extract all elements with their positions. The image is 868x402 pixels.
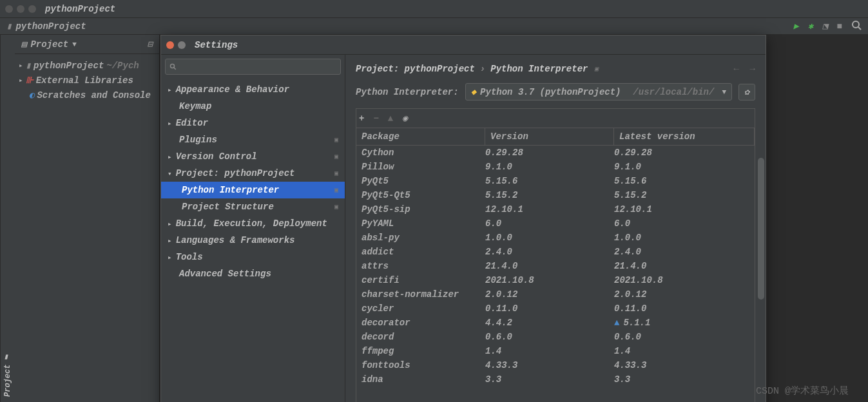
chevron-icon: ▾: [168, 169, 172, 178]
settings-close-icon[interactable]: [166, 41, 174, 49]
search-icon[interactable]: [851, 20, 862, 33]
search-input[interactable]: [177, 62, 336, 72]
category-project-structure[interactable]: Project Structure▣: [161, 198, 345, 215]
add-package-button[interactable]: +: [359, 113, 364, 124]
window-min-icon[interactable]: [17, 5, 24, 13]
package-row[interactable]: addict2.4.0 2.4.0: [356, 245, 755, 259]
pkg-latest: 2.0.12: [614, 289, 755, 300]
pkg-name: ffmpeg: [356, 346, 485, 356]
chevron-icon: ▸: [168, 220, 172, 228]
toolbar-right: ▶ ✱ ⬔ ■: [793, 20, 862, 33]
package-row[interactable]: PyQt5-sip12.10.1 12.10.1: [356, 202, 755, 216]
tree-root[interactable]: ▸ ▮ pythonProject ~/Pych: [15, 58, 159, 73]
tree-scratches[interactable]: ◐ Scratches and Console: [15, 88, 159, 102]
category-project-pythonproject[interactable]: ▾Project: pythonProject▣: [161, 165, 345, 182]
package-row[interactable]: PyQt5-Qt55.15.2 5.15.2: [356, 188, 755, 202]
interpreter-dropdown[interactable]: ◆ Python 3.7 (pythonProject) /usr/local/…: [465, 83, 732, 100]
svg-point-0: [853, 21, 859, 28]
settings-min-icon[interactable]: [178, 41, 186, 49]
ide-topbar: ▮ pythonProject ▶ ✱ ⬔ ■: [0, 18, 868, 35]
package-row[interactable]: certifi2021.10.8 2021.10.8: [356, 273, 755, 287]
category-build-execution-deployment[interactable]: ▸Build, Execution, Deployment: [161, 215, 345, 232]
category-label: Appearance & Behavior: [176, 84, 289, 95]
reset-icon[interactable]: ▣: [594, 65, 598, 73]
category-version-control[interactable]: ▸Version Control▣: [161, 148, 345, 165]
python-icon: ◆: [471, 86, 476, 97]
debug-icon[interactable]: ✱: [808, 21, 813, 32]
tree-external[interactable]: ▸ ⊪ External Libraries: [15, 73, 159, 88]
pkg-name: idna: [356, 374, 485, 385]
interpreter-row: Python Interpreter: ◆ Python 3.7 (python…: [356, 83, 755, 108]
dropdown-icon[interactable]: ▼: [72, 41, 77, 48]
svg-line-3: [174, 67, 176, 69]
category-python-interpreter[interactable]: Python Interpreter▣: [161, 182, 345, 198]
table-header: Package Version Latest version: [356, 128, 755, 146]
pkg-name: fonttools: [356, 360, 485, 370]
col-latest[interactable]: Latest version: [614, 128, 755, 145]
search-icon: [169, 63, 177, 71]
category-languages-frameworks[interactable]: ▸Languages & Frameworks: [161, 232, 345, 249]
package-row[interactable]: PyYAML6.0 6.0: [356, 216, 755, 231]
pkg-name: certifi: [356, 275, 485, 285]
settings-search[interactable]: [165, 59, 341, 75]
watermark: CSDN @学术菜鸟小晨: [756, 385, 849, 397]
category-advanced-settings[interactable]: Advanced Settings: [161, 265, 345, 282]
category-label: Editor: [176, 118, 208, 128]
coverage-icon[interactable]: ⬔: [822, 21, 827, 32]
package-row[interactable]: charset-normalizer2.0.12 2.0.12: [356, 287, 755, 302]
pkg-version: 1.0.0: [485, 233, 614, 243]
col-package[interactable]: Package: [356, 128, 485, 145]
nav-fwd-icon[interactable]: →: [750, 64, 755, 74]
category-plugins[interactable]: Plugins▣: [161, 131, 345, 148]
category-editor[interactable]: ▸Editor: [161, 115, 345, 131]
pkg-version: 2.0.12: [485, 289, 614, 300]
pkg-latest: 2021.10.8: [614, 275, 755, 285]
folder-icon: ▮: [6, 21, 12, 32]
category-tools[interactable]: ▸Tools: [161, 249, 345, 265]
package-row[interactable]: PyQt55.15.6 5.15.6: [356, 174, 755, 188]
package-row[interactable]: Pillow9.1.0 9.1.0: [356, 160, 755, 174]
category-label: Project: pythonProject: [176, 168, 295, 178]
window-close-icon[interactable]: [5, 5, 13, 13]
package-row[interactable]: attrs21.4.0 21.4.0: [356, 259, 755, 273]
package-row[interactable]: decord0.6.0 0.6.0: [356, 330, 755, 344]
package-row[interactable]: idna3.3 3.3: [356, 372, 755, 387]
category-appearance-behavior[interactable]: ▸Appearance & Behavior: [161, 81, 345, 98]
package-row[interactable]: ffmpeg1.4 1.4: [356, 344, 755, 358]
project-name[interactable]: pythonProject: [15, 21, 86, 32]
package-row[interactable]: cycler0.11.0 0.11.0: [356, 302, 755, 316]
chevron-icon: ▸: [168, 236, 172, 245]
package-row[interactable]: Cython0.29.28 0.29.28: [356, 146, 755, 160]
window-max-icon[interactable]: [28, 5, 36, 13]
pkg-version: 4.4.2: [485, 318, 614, 328]
pkg-version: 6.0: [485, 218, 614, 229]
pkg-version: 4.33.3: [485, 360, 614, 370]
breadcrumb: Project: pythonProject › Python Interpre…: [356, 60, 755, 83]
pkg-latest: ▲ 5.1.1: [614, 318, 755, 328]
package-row[interactable]: decorator4.4.2▲ 5.1.1: [356, 316, 755, 330]
nav-back-icon[interactable]: ←: [733, 64, 738, 74]
upgrade-package-button[interactable]: ▲: [388, 113, 393, 124]
col-version[interactable]: Version: [485, 128, 614, 145]
collapse-icon[interactable]: ⊟: [148, 39, 153, 50]
pkg-latest: 5.15.2: [614, 190, 755, 200]
stop-icon[interactable]: ■: [837, 21, 842, 32]
interpreter-gear-button[interactable]: ✿: [738, 84, 755, 100]
chevron-icon: ▸: [168, 86, 172, 94]
pkg-name: decorator: [356, 318, 485, 328]
package-row[interactable]: absl-py1.0.0 1.0.0: [356, 231, 755, 245]
chevron-down-icon: ▼: [722, 88, 726, 96]
remove-package-button[interactable]: −: [373, 113, 378, 124]
pkg-version: 1.4: [485, 346, 614, 356]
show-early-button[interactable]: ◉: [402, 113, 407, 124]
pkg-name: PyYAML: [356, 218, 485, 229]
category-label: Advanced Settings: [179, 269, 271, 279]
package-row[interactable]: fonttools4.33.3 4.33.3: [356, 358, 755, 372]
panel-title[interactable]: Project: [30, 39, 68, 50]
project-tool-tab[interactable]: Project ▮: [0, 35, 15, 402]
pkg-name: PyQt5-sip: [356, 204, 485, 215]
chevron-icon: ▸: [168, 253, 172, 262]
config-badge-icon: ▣: [334, 153, 338, 160]
category-keymap[interactable]: Keymap: [161, 98, 345, 115]
run-icon[interactable]: ▶: [793, 21, 798, 32]
